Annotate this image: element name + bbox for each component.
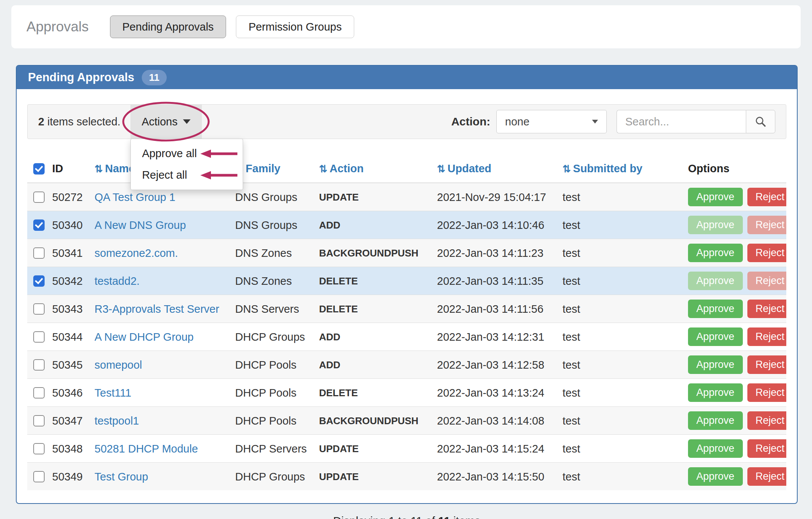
approve-button[interactable]: Approve xyxy=(688,383,743,402)
menu-item-reject-all[interactable]: Reject all xyxy=(131,164,243,186)
footer-suffix: items xyxy=(450,514,480,519)
reject-button[interactable]: Reject xyxy=(747,272,786,290)
row-updated: 2022-Jan-03 14:11:35 xyxy=(433,267,559,295)
tab-permission-groups[interactable]: Permission Groups xyxy=(236,15,354,38)
reject-button[interactable]: Reject xyxy=(747,300,786,318)
pagination-summary: Displaying 1 to 11 of 11 items xyxy=(27,514,786,519)
row-submitted-by: test xyxy=(559,239,684,267)
approve-button[interactable]: Approve xyxy=(688,355,743,374)
row-name-link[interactable]: testadd2. xyxy=(95,275,139,287)
row-updated: 2022-Jan-03 14:12:31 xyxy=(433,323,559,351)
row-name-link[interactable]: Test111 xyxy=(95,387,131,399)
row-name-link[interactable]: A New DNS Group xyxy=(95,219,186,231)
search-icon xyxy=(755,116,767,128)
row-updated: 2022-Jan-03 14:11:23 xyxy=(433,239,559,267)
reject-button[interactable]: Reject xyxy=(747,188,786,206)
pending-count-badge: 11 xyxy=(142,70,167,85)
row-action: BACKGROUNDPUSH xyxy=(315,239,433,267)
approve-button[interactable]: Approve xyxy=(688,188,743,206)
row-updated: 2021-Nov-29 15:04:17 xyxy=(433,183,559,211)
tab-pending-approvals[interactable]: Pending Approvals xyxy=(110,15,226,38)
row-family: DHCP Pools xyxy=(231,407,315,435)
row-action: ADD xyxy=(315,351,433,379)
action-filter-value: none xyxy=(505,116,530,128)
row-submitted-by: test xyxy=(559,435,684,463)
search-input[interactable] xyxy=(617,110,746,133)
row-checkbox[interactable] xyxy=(33,192,45,203)
row-submitted-by: test xyxy=(559,407,684,435)
row-family: DNS Groups xyxy=(231,183,315,211)
column-header-action[interactable]: ⇅Action xyxy=(315,160,433,183)
page-title: Approvals xyxy=(26,19,89,35)
approve-button[interactable]: Approve xyxy=(688,272,743,290)
reject-button[interactable]: Reject xyxy=(747,216,786,234)
search-button[interactable] xyxy=(746,110,775,133)
row-family: DHCP Pools xyxy=(231,379,315,407)
row-family: DHCP Groups xyxy=(231,463,315,491)
approve-button[interactable]: Approve xyxy=(688,216,743,234)
footer-prefix: Displaying 1 to 11 of xyxy=(333,514,438,519)
reject-button[interactable]: Reject xyxy=(747,327,786,346)
select-all-checkbox[interactable] xyxy=(33,163,45,175)
approve-button[interactable]: Approve xyxy=(688,467,743,486)
sort-icon: ⇅ xyxy=(95,163,103,175)
row-id: 50344 xyxy=(48,323,91,351)
row-checkbox[interactable] xyxy=(33,359,45,371)
row-checkbox[interactable] xyxy=(33,415,45,426)
reject-button[interactable]: Reject xyxy=(747,411,786,430)
row-action: UPDATE xyxy=(315,463,433,491)
row-submitted-by: test xyxy=(559,211,684,239)
row-updated: 2022-Jan-03 14:13:24 xyxy=(433,379,559,407)
row-id: 50349 xyxy=(48,463,91,491)
row-name-link[interactable]: somezone2.com. xyxy=(95,247,178,259)
row-checkbox[interactable] xyxy=(33,219,45,231)
menu-item-label: Approve all xyxy=(142,147,197,159)
sort-icon: ⇅ xyxy=(563,163,571,175)
reject-button[interactable]: Reject xyxy=(747,244,786,262)
row-name-link[interactable]: somepool xyxy=(95,359,142,371)
row-checkbox[interactable] xyxy=(33,443,45,454)
row-name-link[interactable]: testpool1 xyxy=(95,415,139,427)
row-checkbox[interactable] xyxy=(33,247,45,259)
table-row: 50341 somezone2.com. DNS Zones BACKGROUN… xyxy=(27,239,786,267)
column-header-updated[interactable]: ⇅Updated xyxy=(433,160,559,183)
actions-button[interactable]: Actions xyxy=(130,105,202,139)
row-name-link[interactable]: QA Test Group 1 xyxy=(95,191,175,203)
row-name-link[interactable]: A New DHCP Group xyxy=(95,331,194,343)
row-checkbox[interactable] xyxy=(33,331,45,343)
annotation-arrow-icon xyxy=(200,169,239,181)
approve-button[interactable]: Approve xyxy=(688,244,743,262)
reject-button[interactable]: Reject xyxy=(747,467,786,486)
actions-button-label: Actions xyxy=(142,116,178,128)
selected-text: items selected. xyxy=(44,116,120,128)
reject-button[interactable]: Reject xyxy=(747,355,786,374)
row-action: BACKGROUNDPUSH xyxy=(315,407,433,435)
action-filter-select[interactable]: none xyxy=(496,110,607,133)
selected-count: 2 xyxy=(38,116,44,128)
row-id: 50346 xyxy=(48,379,91,407)
reject-button[interactable]: Reject xyxy=(747,439,786,458)
row-checkbox[interactable] xyxy=(33,303,45,315)
table-row: 50347 testpool1 DHCP Pools BACKGROUNDPUS… xyxy=(27,407,786,435)
row-family: DNS Groups xyxy=(231,211,315,239)
row-submitted-by: test xyxy=(559,463,684,491)
approve-button[interactable]: Approve xyxy=(688,300,743,318)
approve-button[interactable]: Approve xyxy=(688,411,743,430)
reject-button[interactable]: Reject xyxy=(747,383,786,402)
row-name-link[interactable]: Test Group xyxy=(95,471,148,483)
action-filter-label: Action: xyxy=(451,115,490,128)
column-header-submitted-by[interactable]: ⇅Submitted by xyxy=(559,160,684,183)
row-name-link[interactable]: 50281 DHCP Module xyxy=(95,443,198,455)
row-name-link[interactable]: R3-Approvals Test Server xyxy=(95,303,219,315)
row-checkbox[interactable] xyxy=(33,275,45,287)
approve-button[interactable]: Approve xyxy=(688,439,743,458)
column-header-family[interactable]: ⇅Family xyxy=(231,160,315,183)
row-checkbox[interactable] xyxy=(33,471,45,482)
menu-item-approve-all[interactable]: Approve all xyxy=(131,143,243,164)
search-group xyxy=(617,110,775,133)
approve-button[interactable]: Approve xyxy=(688,327,743,346)
pending-approvals-panel: Pending Approvals 11 2 items selected. A… xyxy=(16,65,798,504)
row-checkbox[interactable] xyxy=(33,387,45,399)
row-id: 50347 xyxy=(48,407,91,435)
row-updated: 2022-Jan-03 14:15:50 xyxy=(433,463,559,491)
